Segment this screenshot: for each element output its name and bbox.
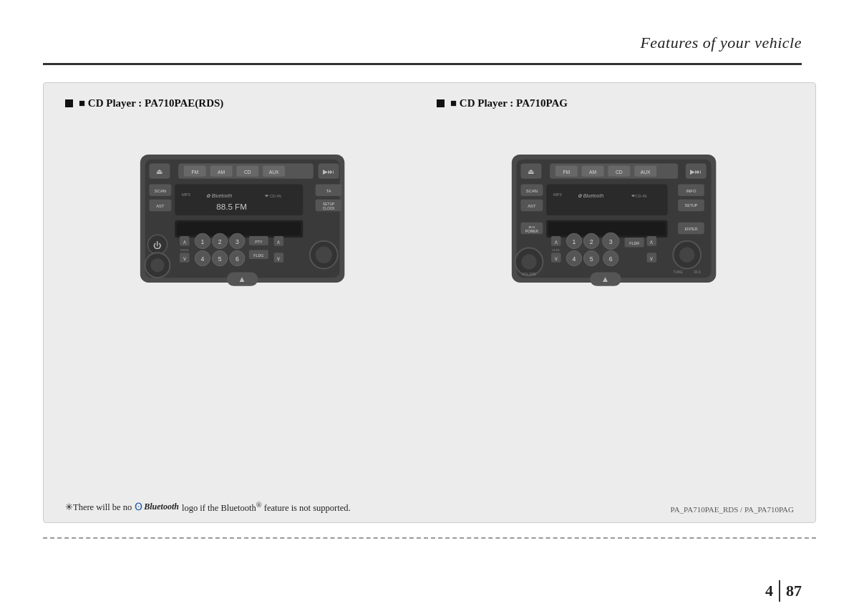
svg-text:5: 5 [589,255,593,263]
svg-point-34 [150,258,164,272]
bluetooth-footer-note: ✳There will be no ʘ Bluetooth logo if th… [65,501,351,514]
right-player-label: ■ CD Player : PA710PAG [450,97,568,109]
svg-text:FM: FM [191,170,198,175]
svg-text:4: 4 [200,255,204,263]
svg-text:4: 4 [572,255,576,263]
svg-text:5: 5 [218,255,221,263]
right-player-title: ■ CD Player : PA710PAG [437,97,794,109]
svg-text:RLS: RLS [694,270,700,274]
svg-text:∨: ∨ [553,255,558,262]
svg-text:✿ Bluetooth: ✿ Bluetooth [577,193,603,198]
svg-text:INFO: INFO [686,189,696,193]
bluetooth-brand-text: Bluetooth [144,502,179,512]
svg-text:BUS: BUS [528,225,535,229]
header: Features of your vehicle [0,0,859,72]
svg-text:AUX: AUX [640,170,650,175]
svg-text:MP3: MP3 [181,192,190,197]
svg-text:TA: TA [326,189,331,193]
page-section-number: 4 [765,582,779,600]
right-player-image: FM AM CD AUX ⏏ ▶⏭ MP3 ✿ Blue [437,131,794,303]
left-player-column: ■ CD Player : PA710PAE(RDS) FM AM [65,97,422,303]
svg-text:⏏: ⏏ [528,167,534,175]
page-page-number: 87 [780,582,802,600]
svg-text:CLOCK: CLOCK [322,207,334,210]
left-radio-svg: FM AM CD AUX ⏏ ▶⏭ [137,131,351,303]
svg-text:∧: ∧ [649,239,654,245]
page-number: 4 87 [765,580,802,602]
players-columns: ■ CD Player : PA710PAE(RDS) FM AM [65,97,794,303]
svg-text:TUNE: TUNE [673,270,683,274]
svg-rect-79 [546,185,667,216]
svg-text:▲: ▲ [601,275,609,284]
svg-text:MP3: MP3 [553,192,561,197]
svg-text:AM: AM [588,170,596,175]
svg-text:SCAN: SCAN [154,189,165,193]
svg-text:POWER: POWER [525,230,538,233]
svg-text:∧: ∧ [276,239,281,245]
svg-text:1: 1 [572,238,576,245]
svg-text:✿ Bluetooth: ✿ Bluetooth [205,193,232,198]
page-footer: 4 87 [0,527,859,616]
svg-text:▲: ▲ [238,275,246,284]
left-player-label: ■ CD Player : PA710PAE(RDS) [79,97,223,109]
svg-text:⏻: ⏻ [153,241,162,250]
svg-text:FLDR: FLDR [629,241,639,245]
left-player-image: FM AM CD AUX ⏏ ▶⏭ [65,131,422,303]
bluetooth-symbol: ʘ [135,501,142,513]
svg-text:▶⏭: ▶⏭ [323,168,334,175]
svg-text:AUX: AUX [268,170,278,175]
svg-text:3: 3 [608,238,612,245]
svg-text:▶⏭: ▶⏭ [690,168,702,175]
svg-text:∨: ∨ [182,255,186,262]
svg-point-125 [679,248,694,263]
bluetooth-logo: ʘ Bluetooth [135,501,179,513]
svg-text:PTY: PTY [255,240,263,244]
svg-text:6: 6 [235,255,238,263]
footer-dashed-line [43,537,816,539]
svg-text:1: 1 [200,238,204,245]
footer-reference: PA_PA710PAE_RDS / PA_PA710PAG [671,505,794,514]
footer-asterisk: ✳There will be no [65,502,132,513]
right-player-column: ■ CD Player : PA710PAG FM AM CD AUX [437,97,794,303]
right-radio-svg: FM AM CD AUX ⏏ ▶⏭ MP3 ✿ Blue [508,131,723,303]
svg-text:SCAN: SCAN [525,189,537,193]
svg-text:∧: ∧ [182,239,186,245]
svg-text:SETUP: SETUP [323,202,334,206]
svg-point-99 [521,254,536,269]
svg-text:∨: ∨ [276,255,281,262]
svg-text:3: 3 [235,238,238,245]
content-box: ■ CD Player : PA710PAE(RDS) FM AM [43,82,816,523]
bullet-square-right [437,99,445,107]
bullet-square-left [65,99,73,107]
page-section-title: Features of your vehicle [640,34,802,52]
left-player-title: ■ CD Player : PA710PAE(RDS) [65,97,422,109]
svg-text:CD: CD [615,170,622,175]
svg-text:∨: ∨ [649,255,654,262]
svg-text:2: 2 [589,238,593,245]
svg-text:❤CD-IN: ❤CD-IN [631,194,646,198]
svg-text:88.5 FM: 88.5 FM [216,202,247,211]
svg-text:ENTER: ENTER [684,227,697,231]
svg-text:CD: CD [243,170,251,175]
svg-text:FM: FM [563,170,570,175]
svg-text:2: 2 [218,238,221,245]
svg-text:6: 6 [608,255,612,263]
svg-text:SETUP: SETUP [684,203,697,207]
svg-text:⏏: ⏏ [156,167,162,175]
svg-text:FLDG: FLDG [253,253,263,258]
svg-text:❤ CD-IN: ❤ CD-IN [265,194,281,198]
header-divider [43,63,802,65]
svg-text:SEEK: SEEK [552,248,560,252]
svg-text:AST: AST [156,204,165,208]
svg-text:AM: AM [217,170,225,175]
footer-text-suffix: logo if the Bluetooth® feature is not su… [182,501,351,514]
svg-text:SEEK: SEEK [180,248,189,252]
svg-text:∧: ∧ [553,239,558,245]
svg-point-61 [315,247,331,263]
svg-text:VOLUME: VOLUME [521,273,536,276]
svg-text:AST: AST [528,204,536,208]
